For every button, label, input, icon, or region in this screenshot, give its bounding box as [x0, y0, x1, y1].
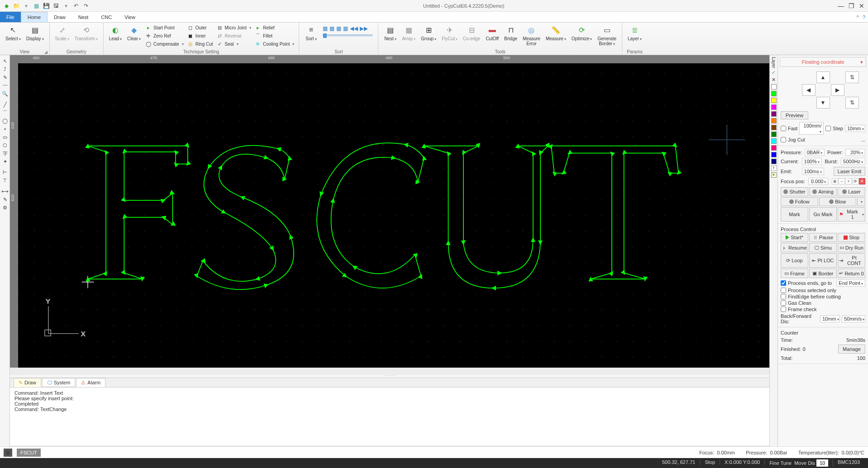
- tab-view[interactable]: View: [118, 12, 142, 22]
- focuspos-m2-icon[interactable]: −: [839, 178, 845, 184]
- qa-redo-icon[interactable]: ↷: [82, 2, 90, 9]
- measureerror-button[interactable]: ◎Measure Error: [520, 24, 543, 47]
- outer-button[interactable]: ◻Outer: [186, 24, 215, 32]
- layer-swatch-t[interactable]: T: [771, 165, 777, 171]
- border-button[interactable]: ▣Border: [809, 269, 837, 278]
- inner-button[interactable]: ◼Inner: [186, 32, 215, 40]
- view-expand-icon[interactable]: ◢: [44, 50, 48, 54]
- qa-save2-icon[interactable]: 🖫: [52, 2, 60, 9]
- group-button[interactable]: ⊞Group: [418, 24, 439, 43]
- log-tab-draw[interactable]: ✎Draw: [14, 378, 41, 388]
- splitter-handle[interactable]: [10, 375, 769, 378]
- blow-more-button[interactable]: [857, 197, 865, 206]
- lt-line-icon[interactable]: ╱: [0, 100, 10, 109]
- gomark-button[interactable]: Go Mark: [809, 207, 837, 222]
- tab-nest[interactable]: Nest: [72, 12, 95, 22]
- sort-ic2[interactable]: ▦: [329, 25, 334, 32]
- sort-slider[interactable]: [323, 34, 372, 36]
- lt-star-icon[interactable]: ✦: [0, 157, 10, 165]
- focuspos-value[interactable]: 0.000: [808, 178, 828, 185]
- qa-save-icon[interactable]: 💾: [43, 2, 50, 9]
- follow-button[interactable]: Follow: [781, 197, 818, 206]
- manage-button[interactable]: Manage: [838, 345, 865, 354]
- lt-tool2-icon[interactable]: ⤴: [0, 65, 10, 73]
- layer-swatch[interactable]: [771, 118, 777, 123]
- qa-undo-icon[interactable]: ↶: [72, 2, 80, 9]
- layer-swatch[interactable]: [771, 132, 777, 137]
- ribbon-collapse-icon[interactable]: ^: [857, 14, 859, 20]
- qa-folder-icon[interactable]: 📁: [13, 2, 20, 9]
- bridge-button[interactable]: ⊓Bridge: [501, 24, 520, 42]
- microjoint-button[interactable]: ⊟Micro Joint: [215, 24, 253, 32]
- pause-button[interactable]: ⏸Pause: [809, 233, 837, 242]
- layer-swatch-white[interactable]: [771, 84, 777, 90]
- lead-button[interactable]: ◐ Lead: [106, 24, 124, 43]
- sort-ic4[interactable]: ▦: [343, 25, 348, 32]
- scale-button[interactable]: ⤢ Scale: [52, 24, 72, 43]
- lt-pointer-icon[interactable]: ↖: [0, 57, 10, 65]
- preview-button[interactable]: Preview: [781, 111, 808, 119]
- layer-close-icon[interactable]: ✕: [772, 77, 776, 83]
- framecheck-checkbox[interactable]: [781, 307, 786, 312]
- relief-button[interactable]: ▸Relief: [253, 24, 296, 32]
- tab-draw[interactable]: Draw: [48, 12, 72, 22]
- compensate-button[interactable]: ◯Compensate: [143, 40, 186, 48]
- emit-value[interactable]: 100ms: [802, 168, 824, 175]
- finetune-label[interactable]: Fine Tune: [769, 460, 792, 466]
- help-icon[interactable]: ?: [863, 14, 865, 20]
- endpoint-dropdown[interactable]: End Point: [836, 279, 865, 287]
- laser-button[interactable]: Laser: [838, 187, 865, 196]
- zeroref-button[interactable]: ✛Zero Ref: [143, 32, 186, 40]
- focuspos-cancel-icon[interactable]: ✕: [859, 178, 865, 184]
- jogcut-more[interactable]: ...: [861, 137, 865, 142]
- fast-checkbox[interactable]: [781, 126, 786, 131]
- select-button[interactable]: ↖ Select: [3, 24, 24, 43]
- tab-file[interactable]: File: [0, 12, 21, 22]
- layer-button[interactable]: ≣Layer: [625, 24, 644, 43]
- layer-swatch[interactable]: [771, 91, 777, 96]
- blow-button[interactable]: Blow: [819, 197, 857, 206]
- jog-left-button[interactable]: ◀: [802, 84, 816, 96]
- jog-down-button[interactable]: ▼: [816, 97, 830, 109]
- layer-swatch[interactable]: [771, 125, 777, 130]
- lt-zoom-icon[interactable]: 🔍: [0, 90, 10, 98]
- step-checkbox[interactable]: [825, 126, 831, 131]
- layer-check-icon[interactable]: ✓: [772, 70, 776, 76]
- stop-button[interactable]: Stop: [838, 233, 865, 242]
- layer-swatch[interactable]: [771, 159, 777, 164]
- layer-swatch[interactable]: [771, 104, 777, 110]
- lt-tool3-icon[interactable]: ✎: [0, 73, 10, 81]
- coedge-button[interactable]: ⊟Co-edge: [460, 24, 483, 42]
- close-button[interactable]: ✕: [859, 2, 864, 9]
- bf-speed-value[interactable]: 50mm/s: [842, 315, 865, 322]
- movedis-input[interactable]: [816, 459, 828, 467]
- sort-prev-icon[interactable]: ◀◀: [350, 25, 358, 32]
- sort-button[interactable]: ≡ Sort: [302, 24, 320, 43]
- cutoff-button[interactable]: ▬CutOff: [483, 24, 501, 42]
- transform-button[interactable]: ⟲ Transform: [72, 24, 100, 43]
- sort-ic3[interactable]: ▦: [336, 25, 341, 32]
- lt-tool4-icon[interactable]: 〰: [0, 81, 10, 90]
- display-button[interactable]: ▤ Display: [24, 24, 47, 43]
- jog-up-button[interactable]: ▲: [816, 71, 830, 83]
- log-tab-system[interactable]: 🖵System: [42, 378, 76, 387]
- current-value[interactable]: 100%: [802, 158, 822, 165]
- bf-dist-value[interactable]: 10mm: [820, 315, 840, 322]
- measure-button[interactable]: 📏Measure: [543, 24, 569, 43]
- layer-swatch[interactable]: [771, 111, 777, 117]
- layer-swatch[interactable]: [771, 138, 777, 144]
- pressure-value[interactable]: 0BAR: [805, 149, 825, 156]
- jogcut-checkbox[interactable]: [781, 137, 786, 142]
- mark-button[interactable]: Mark: [781, 207, 808, 222]
- tab-home[interactable]: Home: [21, 12, 48, 22]
- maximize-button[interactable]: ❐: [849, 2, 854, 9]
- mark1-dropdown[interactable]: ⚑Mark 1: [838, 207, 865, 222]
- tab-cnc[interactable]: CNC: [95, 12, 118, 22]
- drawing-canvas[interactable]: X Y: [18, 63, 769, 368]
- lt-valign-icon[interactable]: ⊤: [0, 176, 10, 184]
- layer-swatch[interactable]: [771, 145, 777, 151]
- lt-polygon-icon[interactable]: ⬡: [0, 141, 10, 149]
- lt-rect-icon[interactable]: ▭: [0, 133, 10, 141]
- lt-halign-icon[interactable]: ⊢: [0, 168, 10, 176]
- gasclean-checkbox[interactable]: [781, 300, 786, 306]
